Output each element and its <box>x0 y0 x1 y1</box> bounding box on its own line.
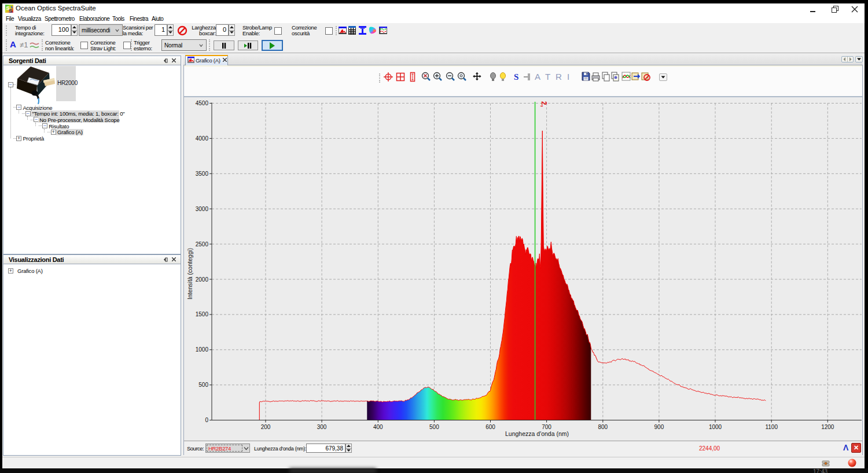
svg-text:500: 500 <box>198 382 208 388</box>
svg-text:Lunghezza d'onda (nm): Lunghezza d'onda (nm) <box>505 430 569 437</box>
svg-text:700: 700 <box>542 424 551 430</box>
svg-text:3000: 3000 <box>196 206 209 212</box>
svg-text:500: 500 <box>429 424 439 430</box>
svg-text:2500: 2500 <box>196 241 209 247</box>
svg-text:600: 600 <box>486 424 495 430</box>
svg-text:1200: 1200 <box>821 424 834 430</box>
svg-text:1100: 1100 <box>765 424 778 430</box>
svg-text:A: A <box>535 72 540 82</box>
svg-text:Intensità (conteggi): Intensità (conteggi) <box>186 248 193 300</box>
svg-text:3500: 3500 <box>196 171 209 177</box>
svg-text:1500: 1500 <box>196 311 209 317</box>
svg-text:R: R <box>556 72 562 82</box>
svg-text:4500: 4500 <box>196 100 209 106</box>
svg-text:200: 200 <box>261 424 271 430</box>
svg-text:400: 400 <box>373 424 383 430</box>
svg-text:2,: 2, <box>540 101 548 107</box>
svg-text:I: I <box>567 72 569 82</box>
svg-text:1000: 1000 <box>709 424 722 430</box>
svg-text:800: 800 <box>598 424 608 430</box>
svg-text:300: 300 <box>317 424 327 430</box>
svg-text:1000: 1000 <box>196 346 209 353</box>
svg-text:S: S <box>9 8 12 13</box>
svg-text:T: T <box>545 72 550 82</box>
svg-text:900: 900 <box>654 424 664 430</box>
svg-text:0: 0 <box>205 417 208 423</box>
svg-text:S: S <box>514 72 518 82</box>
svg-text:4000: 4000 <box>196 135 209 142</box>
svg-text:2000: 2000 <box>196 276 209 283</box>
